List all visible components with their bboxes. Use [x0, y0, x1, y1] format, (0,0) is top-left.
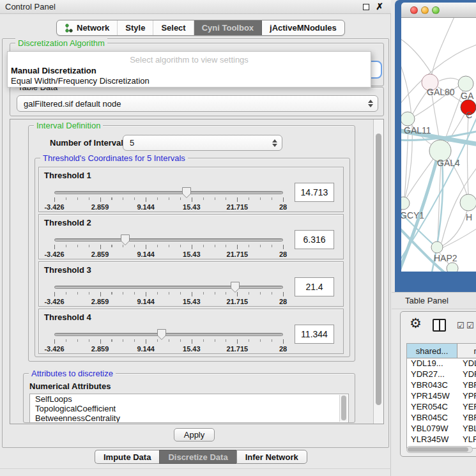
split-view-icon[interactable] — [433, 319, 446, 332]
node-label: GAL80 — [427, 87, 455, 97]
threshold-4-slider[interactable]: -3.426 2.859 9.144 15.43 21.715 28 — [54, 330, 283, 352]
tick-label: -3.426 — [44, 345, 64, 353]
number-of-intervals-combobox[interactable]: 5 — [123, 135, 282, 151]
table-data-group: Table Data galFiltered.sif default node — [10, 87, 384, 116]
close-traffic-light-icon[interactable] — [410, 6, 418, 14]
cell: YDL19... — [407, 358, 457, 369]
table-row[interactable]: YBL079WYBL0 — [407, 424, 476, 434]
tab-network-label: Network — [77, 23, 109, 33]
gear-icon[interactable]: ⚙ — [410, 316, 422, 331]
threshold-2-value-field[interactable]: 6.316 — [295, 230, 334, 249]
list-item-betweennesscentrality[interactable]: BetweennessCentrality — [30, 413, 348, 423]
cell: YPR145W — [407, 391, 457, 402]
node-gal11[interactable] — [401, 112, 415, 126]
checkbox-icon[interactable]: ☑ — [466, 321, 474, 330]
minimize-traffic-light-icon[interactable] — [421, 6, 429, 14]
slider-track[interactable] — [54, 191, 283, 194]
option-equal-width-frequency[interactable]: Equal Width/Frequency Discretization — [11, 76, 150, 86]
table-row[interactable]: YER054CYER0 — [407, 402, 476, 413]
list-item-topologicalcoefficient[interactable]: TopologicalCoefficient — [30, 404, 348, 413]
checkbox-icon[interactable]: ☑ — [457, 321, 464, 330]
node-h[interactable] — [460, 194, 476, 211]
bottom-divider — [0, 468, 391, 469]
network-graph: GAL80 GA C GAL11 GAL4 GCY1 H HAP2 — [401, 18, 476, 272]
table-row[interactable]: YBR045CYBR0 — [407, 413, 476, 424]
cell: YBL079W — [407, 424, 457, 434]
table-row[interactable]: YPR145WYPR1 — [407, 391, 476, 402]
table-row[interactable]: YBR043CYBR0 — [407, 380, 476, 391]
table-row[interactable]: YDR27...YDR2 — [407, 369, 476, 380]
tick-label: -3.426 — [44, 298, 64, 305]
number-of-intervals-label: Number of Intervals — [50, 138, 128, 148]
threshold-1-title: Threshold 1 — [44, 171, 91, 180]
tick-label: -3.426 — [44, 203, 64, 211]
node-ga[interactable] — [458, 76, 473, 91]
node-label: GA — [461, 91, 474, 101]
stepper-icon — [368, 100, 373, 107]
slider-track[interactable] — [54, 333, 283, 336]
table-header-row: shared... na — [407, 344, 476, 358]
slider-ticks — [54, 245, 283, 249]
tab-infer-network[interactable]: Infer Network — [236, 450, 307, 464]
node-hap2[interactable] — [431, 242, 443, 253]
threshold-1-slider[interactable]: -3.426 2.859 9.144 15.43 21.715 28 — [54, 188, 283, 210]
cell: YER0 — [457, 402, 476, 413]
slider-track[interactable] — [54, 238, 283, 242]
scrollbar-thumb[interactable] — [408, 447, 468, 452]
tab-jactivemnodules[interactable]: jActiveMNodules — [262, 20, 344, 35]
node-gcy1[interactable] — [401, 197, 410, 210]
network-window-titlebar — [401, 3, 476, 18]
threshold-1-value-field[interactable]: 14.713 — [295, 183, 334, 202]
network-canvas[interactable]: GAL80 GA C GAL11 GAL4 GCY1 H HAP2 — [401, 18, 476, 272]
cell: YDR27... — [407, 369, 457, 380]
option-manual-discretization[interactable]: Manual Discretization — [11, 66, 96, 75]
table-row[interactable]: YLR345WYLR3 — [407, 434, 476, 445]
tick-label: 9.144 — [137, 203, 155, 211]
tick-label: 28 — [279, 250, 287, 258]
apply-button[interactable]: Apply — [174, 428, 215, 441]
float-window-icon[interactable] — [363, 4, 369, 10]
settings-vertical-scrollbar[interactable] — [373, 119, 383, 424]
column-header-shared-name[interactable]: shared... — [407, 344, 457, 358]
top-tabstrip: Network Style Select Cyni Toolbox jActiv… — [56, 20, 345, 36]
threshold-1-box: Threshold 1 -3.426 2.859 9.144 15.43 21.… — [38, 167, 344, 212]
node-label: GAL4 — [437, 158, 460, 168]
interval-definition-group-title: Interval Definition — [34, 121, 103, 130]
tab-select[interactable]: Select — [153, 20, 194, 35]
cell: YDR2 — [457, 369, 476, 380]
threshold-3-value-field[interactable]: 21.4 — [295, 277, 334, 296]
tick-label: 21.715 — [227, 250, 249, 258]
cell: YBR045C — [407, 413, 457, 424]
node-partial[interactable] — [447, 263, 458, 272]
scrollbar-thumb[interactable] — [376, 134, 381, 405]
tick-label: 9.144 — [137, 298, 155, 305]
tab-network[interactable]: Network — [57, 20, 118, 35]
list-vertical-scrollbar[interactable] — [339, 395, 348, 422]
threshold-2-slider[interactable]: -3.426 2.859 9.144 15.43 21.715 28 — [54, 236, 283, 257]
tab-cyni-toolbox[interactable]: Cyni Toolbox — [194, 20, 262, 35]
column-header-name[interactable]: na — [457, 344, 476, 358]
table-row[interactable]: YDL19...YDL1 — [407, 358, 476, 369]
scrollbar-thumb[interactable] — [341, 395, 346, 420]
tick-label: 2.859 — [91, 250, 109, 258]
tab-select-label: Select — [161, 23, 185, 33]
threshold-4-value-field[interactable]: 11.344 — [295, 325, 334, 344]
node-attribute-table: shared... na YDL19...YDL1 YDR27...YDR2 Y… — [406, 343, 476, 449]
stepper-icon — [272, 139, 277, 147]
tab-style[interactable]: Style — [118, 20, 153, 35]
table-horizontal-scrollbar[interactable] — [406, 446, 473, 453]
table-data-combobox[interactable]: galFiltered.sif default node — [17, 95, 378, 112]
network-icon — [65, 24, 73, 33]
list-item-selfloops[interactable]: SelfLoops — [30, 394, 348, 404]
tick-label: -3.426 — [44, 250, 64, 258]
zoom-traffic-light-icon[interactable] — [432, 6, 440, 14]
slider-track[interactable] — [54, 286, 283, 289]
threshold-2-title: Threshold 2 — [44, 218, 91, 227]
tab-impute-data[interactable]: Impute Data — [95, 450, 159, 464]
tab-discretize-data[interactable]: Discretize Data — [159, 450, 236, 464]
threshold-3-slider[interactable]: -3.426 2.859 9.144 15.43 21.715 28 — [54, 283, 283, 305]
close-icon[interactable]: ✗ — [376, 1, 383, 12]
slider-ticks — [54, 292, 283, 296]
threshold-4-box: Threshold 4 -3.426 2.859 9.144 15.43 21.… — [38, 309, 344, 354]
tick-label: 9.144 — [137, 345, 155, 353]
